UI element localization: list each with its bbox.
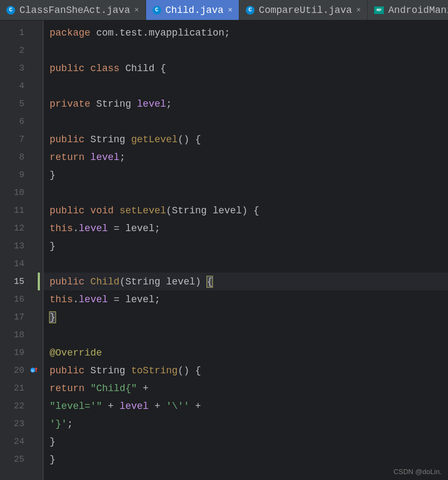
code-line[interactable]: return level; bbox=[50, 148, 448, 166]
code-line[interactable]: public String toString() { bbox=[50, 361, 448, 379]
line-number[interactable]: 14 bbox=[0, 255, 43, 273]
line-number[interactable]: 6 bbox=[0, 113, 43, 130]
tab-bar: C ClassFanSheAct.java × C Child.java × C… bbox=[0, 0, 448, 20]
code-line[interactable]: } bbox=[50, 308, 448, 326]
code-line[interactable] bbox=[50, 326, 448, 344]
tab-child[interactable]: C Child.java × bbox=[146, 0, 239, 20]
code-line[interactable] bbox=[50, 255, 448, 273]
line-number[interactable]: 8 bbox=[0, 148, 43, 166]
close-icon[interactable]: × bbox=[228, 6, 232, 15]
line-number[interactable]: 7 bbox=[0, 130, 43, 148]
code-line[interactable]: public Child(String level) { bbox=[43, 273, 448, 290]
watermark: CSDN @doLin. bbox=[394, 468, 442, 476]
line-number[interactable]: 1 bbox=[0, 24, 43, 41]
code-line[interactable]: '}'; bbox=[50, 415, 448, 433]
manifest-icon: MF bbox=[374, 6, 384, 14]
line-number[interactable]: 19 bbox=[0, 344, 43, 361]
line-number[interactable]: 5 bbox=[0, 95, 43, 113]
close-icon[interactable]: × bbox=[356, 6, 361, 15]
line-number[interactable]: 4 bbox=[0, 77, 43, 95]
line-number[interactable]: 9 bbox=[0, 166, 43, 184]
line-number[interactable]: 2 bbox=[0, 41, 43, 59]
code-line[interactable]: } bbox=[50, 237, 448, 255]
close-icon[interactable]: × bbox=[134, 6, 139, 15]
code-line[interactable]: "level='" + level + '\'' + bbox=[50, 397, 448, 415]
code-line[interactable]: package com.test.myapplication; bbox=[50, 24, 448, 41]
code-line[interactable] bbox=[50, 77, 448, 95]
tab-label: ClassFanSheAct.java bbox=[19, 5, 130, 16]
code-line[interactable] bbox=[50, 184, 448, 201]
code-line[interactable]: @Override bbox=[50, 344, 448, 361]
class-icon: C bbox=[153, 6, 161, 15]
line-number[interactable]: 23 bbox=[0, 415, 43, 433]
code-line[interactable]: } bbox=[50, 433, 448, 450]
tab-label: AndroidManifest.x bbox=[388, 5, 448, 16]
line-number[interactable]: 25 bbox=[0, 450, 43, 468]
line-number[interactable]: 3 bbox=[0, 59, 43, 77]
line-number[interactable]: 21 bbox=[0, 379, 43, 397]
code-line[interactable]: private String level; bbox=[50, 95, 448, 113]
line-number[interactable]: 17 bbox=[0, 308, 43, 326]
code-line[interactable]: } bbox=[50, 166, 448, 184]
line-number[interactable]: 24 bbox=[0, 433, 43, 450]
code-line[interactable]: public class Child { bbox=[50, 59, 448, 77]
code-line[interactable] bbox=[50, 41, 448, 59]
gutter: 1 2 3 4 5 6 7 8 9 10 11 12 13 14 15 16 1… bbox=[0, 20, 43, 480]
tab-androidmanifest[interactable]: MF AndroidManifest.x bbox=[368, 0, 448, 20]
tab-label: Child.java bbox=[166, 5, 224, 16]
code-line[interactable]: this.level = level; bbox=[50, 219, 448, 237]
code-line[interactable]: public String getLevel() { bbox=[50, 130, 448, 148]
line-number[interactable]: 13 bbox=[0, 237, 43, 255]
tab-classfansheact[interactable]: C ClassFanSheAct.java × bbox=[0, 0, 146, 20]
line-number[interactable]: 22 bbox=[0, 397, 43, 415]
code-line[interactable]: public void setLevel(String level) { bbox=[50, 201, 448, 219]
class-icon: C bbox=[246, 6, 254, 15]
code-area[interactable]: package com.test.myapplication; public c… bbox=[43, 20, 448, 480]
line-number[interactable]: 10 bbox=[0, 184, 43, 201]
line-number[interactable]: 16 bbox=[0, 290, 43, 308]
svg-text:o: o bbox=[31, 368, 34, 373]
override-icon[interactable]: o bbox=[30, 366, 38, 374]
line-number[interactable]: 15 bbox=[0, 273, 43, 290]
line-number[interactable]: 12 bbox=[0, 219, 43, 237]
line-number[interactable]: 20 o bbox=[0, 361, 43, 379]
tab-label: CompareUtil.java bbox=[259, 5, 352, 16]
tab-compareutil[interactable]: C CompareUtil.java × bbox=[239, 0, 368, 20]
code-line[interactable]: this.level = level; bbox=[50, 290, 448, 308]
line-number[interactable]: 18 bbox=[0, 326, 43, 344]
line-number[interactable]: 11 bbox=[0, 201, 43, 219]
code-line[interactable]: } bbox=[50, 450, 448, 468]
code-line[interactable]: return "Child{" + bbox=[50, 379, 448, 397]
class-icon: C bbox=[6, 6, 15, 15]
code-line[interactable] bbox=[50, 113, 448, 130]
editor: 1 2 3 4 5 6 7 8 9 10 11 12 13 14 15 16 1… bbox=[0, 20, 448, 480]
